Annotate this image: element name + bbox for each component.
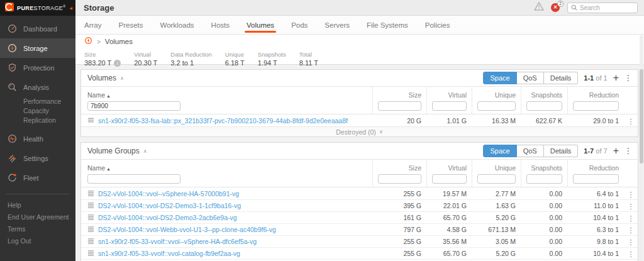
breadcrumb-current: Volumes (105, 38, 133, 45)
qos-view-button[interactable]: QoS (517, 145, 544, 157)
name-column-sort[interactable]: Name▲ (87, 91, 111, 99)
breadcrumb-separator: > (97, 38, 101, 45)
tab-volumes[interactable]: Volumes (247, 16, 274, 34)
volume-group-row: DS2-vVol-1004::vvol-Webb-vvol-U1-3--pp-c… (81, 223, 638, 235)
volume-group-row: DS2-vVol-1004::vvol-DS2-Demo3-1-1cf9ba16… (81, 199, 638, 211)
vertical-scrollbar[interactable] (640, 35, 643, 261)
collapse-caret-icon[interactable]: ∧ (120, 75, 124, 81)
snapshots-filter-input[interactable] (526, 101, 562, 111)
sidebar-divider (6, 194, 69, 194)
name-filter-input[interactable] (87, 174, 180, 184)
volume-group-row: sn1-x90r2-f05-33-vvolf::vvol-catalog-fb9… (81, 247, 638, 259)
array-icon[interactable] (84, 36, 92, 47)
tab-policies[interactable]: Policies (425, 16, 450, 34)
volume-row: sn1-x90r2-f05-33-fsa-lab::px_321b33f7-pv… (81, 114, 638, 126)
sidebar-footer-links: Help End User Agreement Terms Log Out (0, 199, 75, 247)
sidebar-item-label: Protection (23, 64, 55, 72)
size-filter-input[interactable] (378, 174, 421, 184)
volume-group-row: DS2-vVol-1004::vvol--vSphere-HA-57000b91… (81, 187, 638, 199)
tab-hosts[interactable]: Hosts (211, 16, 230, 34)
details-view-button[interactable]: Details (544, 145, 579, 157)
name-column-sort[interactable]: Name▲ (87, 164, 111, 172)
purestorage-logo-icon (5, 3, 14, 14)
sidebar-subitem-capacity[interactable]: Capacity (23, 106, 75, 116)
sidebar-item-settings[interactable]: Settings (0, 148, 75, 168)
critical-alerts-icon[interactable]: ✕ 2 (551, 3, 560, 13)
row-menu-icon[interactable]: ⋮ (628, 191, 635, 198)
volume-group-name-link[interactable]: DS2-vVol-1004::vvol-DS2-Demo3-1-1cf9ba16… (98, 202, 241, 209)
row-menu-icon[interactable]: ⋮ (628, 118, 635, 125)
tab-pods[interactable]: Pods (291, 16, 308, 34)
volume-group-name-link[interactable]: DS2-vVol-1004::vvol-Webb-vvol-U1-3--pp-c… (98, 226, 276, 233)
snapshots-filter-input[interactable] (526, 174, 562, 184)
sidebar-item-fleet[interactable]: Fleet (0, 168, 75, 187)
tab-file-systems[interactable]: File Systems (367, 16, 408, 34)
row-menu-icon[interactable]: ⋮ (628, 238, 635, 246)
collapse-caret-icon[interactable]: ∧ (143, 148, 147, 154)
volume-group-name-link[interactable]: sn1-x90r2-f05-33-vvolf::vvol-catalog-fb9… (98, 250, 240, 257)
name-filter-input[interactable] (87, 101, 180, 111)
sidebar-subitem-performance[interactable]: Performance (23, 97, 75, 106)
brand-logo[interactable]: PURESTORAGE® ◀ (0, 0, 75, 16)
end-user-agreement-link[interactable]: End User Agreement (8, 211, 75, 223)
volume-group-icon (87, 200, 94, 211)
size-filter-input[interactable] (378, 101, 421, 111)
volume-groups-panel: Volume Groups ∧ Space QoS Details 1-7 of… (80, 142, 638, 261)
volume-group-icon (87, 236, 94, 247)
destroyed-volumes-toggle[interactable]: Destroyed (0)∨ (81, 126, 638, 136)
search-input[interactable] (580, 4, 634, 11)
row-menu-icon[interactable]: ⋮ (628, 250, 635, 258)
terms-link[interactable]: Terms (8, 223, 75, 235)
create-volume-button[interactable]: + (613, 73, 619, 83)
sidebar-item-label: Fleet (23, 174, 38, 182)
log-out-link[interactable]: Log Out (8, 235, 75, 247)
space-view-button[interactable]: Space (483, 145, 516, 157)
sidebar-subitem-replication[interactable]: Replication (23, 116, 75, 125)
warning-triangle-icon[interactable] (534, 2, 544, 13)
tab-array[interactable]: Array (84, 16, 101, 34)
create-volume-group-button[interactable]: + (613, 146, 619, 156)
row-menu-icon[interactable]: ⋮ (628, 214, 635, 222)
analysis-submenu: Performance Capacity Replication (0, 97, 75, 129)
space-view-button[interactable]: Space (483, 72, 516, 84)
reduction-filter-input[interactable] (573, 174, 619, 184)
scrollbar-thumb[interactable] (640, 69, 643, 164)
details-view-button[interactable]: Details (544, 72, 579, 84)
virtual-filter-input[interactable] (432, 101, 467, 111)
sidebar-item-storage[interactable]: Storage (0, 38, 75, 58)
volume-group-name-link[interactable]: sn1-x90r2-f05-33-vvolf::vvol--vSphere-HA… (98, 238, 257, 245)
top-bar: Storage ✕ 2 (75, 0, 644, 16)
search-icon (571, 2, 577, 13)
tab-servers[interactable]: Servers (325, 16, 350, 34)
sidebar-item-dashboard[interactable]: Dashboard (0, 19, 75, 38)
sidebar-item-label: Health (23, 135, 43, 143)
qos-view-button[interactable]: QoS (517, 72, 544, 84)
panel-menu-icon[interactable]: ⋮ (625, 74, 632, 82)
sidebar-collapse-icon[interactable]: ◀ (69, 6, 72, 10)
virtual-filter-input[interactable] (432, 174, 467, 184)
panel-menu-icon[interactable]: ⋮ (625, 147, 632, 155)
unique-filter-input[interactable] (477, 174, 516, 184)
sidebar-item-protection[interactable]: Protection (0, 58, 75, 77)
sidebar-item-health[interactable]: Health (0, 129, 75, 148)
volume-group-icon (87, 188, 94, 199)
stat-unique: Unique6.18 T (225, 51, 245, 60)
reduction-filter-input[interactable] (573, 101, 619, 111)
volume-name-link[interactable]: sn1-x90r2-f05-33-fsa-lab::px_321b33f7-pv… (98, 117, 348, 125)
volume-group-name-link[interactable]: DS2-vVol-1004::vvol-DS2-Demo3-2acb6e9a-v… (98, 214, 237, 221)
tab-presets[interactable]: Presets (118, 16, 143, 34)
volume-group-name-link[interactable]: DS2-vVol-1004::vvol--vSphere-HA-57000b91… (98, 190, 239, 197)
stat-size: Size 383.20 Ti (84, 51, 121, 60)
sidebar-item-analysis[interactable]: Analysis (0, 77, 75, 97)
row-menu-icon[interactable]: ⋮ (628, 226, 635, 234)
unique-filter-input[interactable] (477, 101, 516, 111)
tab-workloads[interactable]: Workloads (160, 16, 194, 34)
topbar-right: ✕ 2 (534, 2, 638, 13)
row-menu-icon[interactable]: ⋮ (628, 203, 635, 210)
help-link[interactable]: Help (8, 199, 75, 211)
volumes-panel-title: Volumes (87, 74, 116, 82)
pure-storage-app: PURESTORAGE® ◀ Dashboard Storage Protect… (0, 0, 644, 261)
storage-tabs: Array Presets Workloads Hosts Volumes Po… (75, 16, 644, 35)
page-title: Storage (84, 3, 114, 13)
volume-group-icon (87, 224, 94, 235)
